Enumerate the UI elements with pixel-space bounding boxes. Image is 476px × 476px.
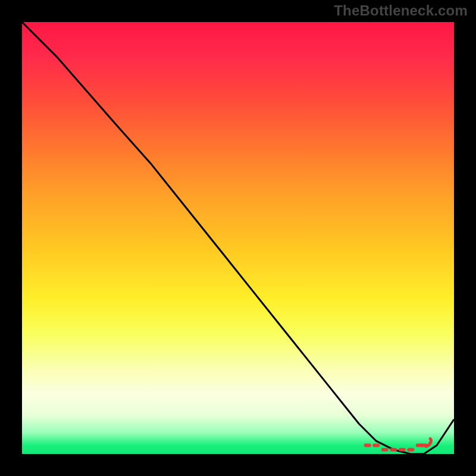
bottleneck-curve: [22, 22, 454, 454]
optimal-marker: [407, 448, 414, 452]
optimal-marker: [364, 444, 371, 447]
optimal-marker: [390, 448, 397, 452]
optimal-marker: [372, 444, 380, 447]
plot-svg: [22, 22, 454, 454]
optimal-marker: [381, 448, 389, 452]
plot-area: [22, 22, 454, 454]
watermark-text: TheBottleneck.com: [334, 2, 468, 19]
chart-frame: TheBottleneck.com: [0, 0, 476, 476]
optimal-marker: [399, 448, 406, 452]
optimal-range-markers: [364, 439, 431, 451]
optimal-marker-curl: [426, 439, 431, 446]
